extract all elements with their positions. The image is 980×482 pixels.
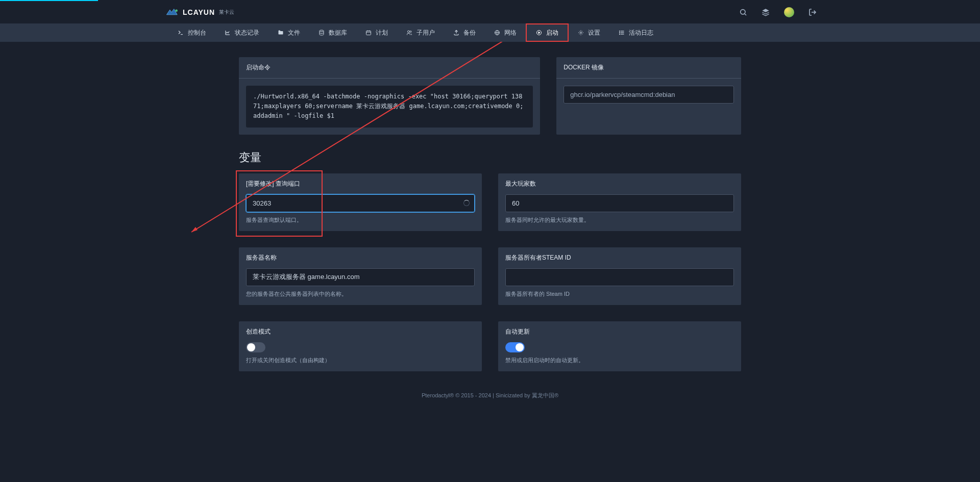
variable-input[interactable]	[505, 194, 734, 212]
toggle-switch[interactable]	[505, 342, 525, 352]
svg-point-13	[410, 31, 411, 33]
nav-item-play[interactable]: 启动	[526, 23, 569, 42]
list-icon	[619, 30, 625, 36]
nav-label: 计划	[376, 29, 388, 37]
nav-item-network[interactable]: 网络	[485, 23, 526, 42]
svg-point-7	[320, 30, 324, 32]
variable-label: 最大玩家数	[498, 173, 741, 194]
upload-icon	[453, 30, 459, 36]
docker-title: DOCKER 镜像	[556, 57, 741, 79]
docker-card: DOCKER 镜像	[556, 57, 741, 135]
variable-card: 服务器所有者STEAM ID服务器所有者的 Steam ID	[498, 247, 741, 305]
variable-hint: 服务器查询默认端口。	[246, 216, 475, 224]
nav-label: 状态记录	[235, 29, 259, 37]
variable-hint: 您的服务器在公共服务器列表中的名称。	[246, 290, 475, 298]
svg-point-1	[741, 10, 745, 14]
variable-hint: 服务器同时允许的最大玩家数量。	[505, 216, 734, 224]
variable-input[interactable]	[246, 268, 475, 286]
chart-icon	[225, 30, 231, 36]
variable-input[interactable]	[505, 268, 734, 286]
logo-icon	[163, 7, 180, 17]
startup-command: ./Hurtworld.x86_64 -batchmode -nographic…	[246, 86, 533, 128]
nav-item-upload[interactable]: 备份	[444, 23, 485, 42]
variable-card: 创造模式打开或关闭创造模式（自由构建）	[239, 321, 482, 371]
footer: Pterodactyl® © 2015 - 2024 | Sinicizated…	[0, 382, 980, 410]
toggle-switch[interactable]	[246, 342, 265, 352]
sub-nav: 控制台状态记录文件数据库计划子用户备份网络启动设置活动日志	[0, 23, 980, 42]
logo-text: LCAYUN	[183, 8, 215, 16]
nav-label: 活动日志	[629, 29, 653, 37]
nav-label: 备份	[463, 29, 476, 37]
variable-label: [需要修改] 查询端口	[239, 173, 482, 194]
variable-input[interactable]	[246, 194, 475, 212]
nav-item-chart[interactable]: 状态记录	[215, 23, 268, 42]
nav-label: 文件	[288, 29, 300, 37]
svg-point-22	[620, 33, 620, 33]
variable-label: 服务器所有者STEAM ID	[498, 247, 741, 268]
nav-label: 启动	[546, 29, 558, 37]
variable-card: 最大玩家数服务器同时允许的最大玩家数量。	[498, 173, 741, 231]
logo-sub: 莱卡云	[219, 9, 234, 16]
nav-label: 网络	[504, 29, 517, 37]
svg-line-2	[745, 14, 746, 15]
variable-label: 创造模式	[239, 321, 482, 342]
svg-marker-25	[191, 227, 198, 232]
svg-point-21	[620, 31, 620, 32]
svg-rect-8	[366, 31, 371, 35]
network-icon	[494, 30, 500, 36]
terminal-icon	[178, 30, 184, 36]
variables-title: 变量	[239, 150, 741, 165]
nav-label: 控制台	[188, 29, 206, 37]
cog-icon	[578, 30, 584, 36]
svg-point-17	[580, 32, 582, 34]
variable-label: 自动更新	[498, 321, 741, 342]
calendar-icon	[365, 30, 372, 36]
logo[interactable]: LCAYUN 莱卡云	[163, 7, 234, 17]
nav-label: 子用户	[416, 29, 435, 37]
variable-card: 自动更新禁用或启用启动时的自动更新。	[498, 321, 741, 371]
database-icon	[318, 30, 325, 36]
nav-item-database[interactable]: 数据库	[309, 23, 356, 42]
logout-icon[interactable]	[808, 8, 817, 16]
nav-item-folder[interactable]: 文件	[268, 23, 309, 42]
nav-label: 设置	[588, 29, 600, 37]
variable-hint: 服务器所有者的 Steam ID	[505, 290, 734, 298]
header: LCAYUN 莱卡云	[0, 1, 980, 23]
avatar[interactable]	[784, 7, 794, 17]
docker-image-input[interactable]	[564, 86, 734, 104]
play-icon	[536, 30, 542, 36]
variable-card: [需要修改] 查询端口服务器查询默认端口。	[239, 173, 482, 231]
nav-item-list[interactable]: 活动日志	[609, 23, 663, 42]
startup-title: 启动命令	[239, 57, 540, 79]
svg-point-23	[620, 34, 620, 35]
search-icon[interactable]	[739, 8, 747, 16]
variable-hint: 禁用或启用启动时的自动更新。	[505, 357, 734, 364]
svg-marker-16	[538, 32, 540, 34]
folder-icon	[278, 30, 284, 36]
nav-item-calendar[interactable]: 计划	[356, 23, 397, 42]
svg-point-12	[408, 31, 410, 33]
users-icon	[406, 30, 412, 36]
variable-hint: 打开或关闭创造模式（自由构建）	[246, 357, 475, 364]
layers-icon[interactable]	[762, 8, 770, 16]
variable-card: 服务器名称您的服务器在公共服务器列表中的名称。	[239, 247, 482, 305]
nav-item-cog[interactable]: 设置	[569, 23, 609, 42]
variable-label: 服务器名称	[239, 247, 482, 268]
loading-spinner	[463, 200, 470, 206]
startup-card: 启动命令 ./Hurtworld.x86_64 -batchmode -nogr…	[239, 57, 540, 135]
nav-item-terminal[interactable]: 控制台	[168, 23, 215, 42]
nav-label: 数据库	[329, 29, 347, 37]
svg-point-0	[175, 9, 178, 12]
main-content: 启动命令 ./Hurtworld.x86_64 -batchmode -nogr…	[234, 42, 746, 382]
nav-item-users[interactable]: 子用户	[397, 23, 444, 42]
